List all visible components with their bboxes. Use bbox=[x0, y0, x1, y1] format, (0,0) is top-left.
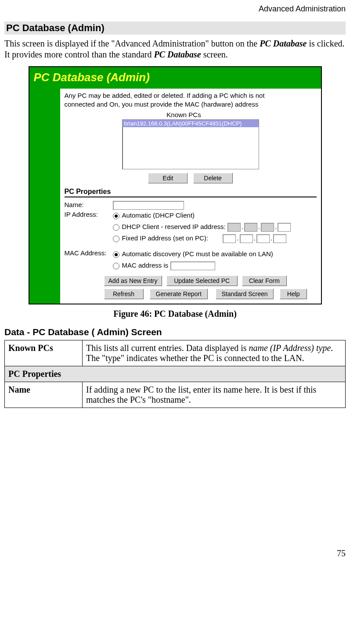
data-table: Known PCs This lists all current entries… bbox=[4, 340, 346, 408]
pc-properties-header: PC Properties bbox=[65, 188, 317, 197]
refresh-button[interactable]: Refresh bbox=[104, 289, 144, 299]
section-title: PC Database (Admin) bbox=[4, 21, 346, 35]
help-button[interactable]: Help bbox=[280, 289, 307, 299]
clear-form-button[interactable]: Clear Form bbox=[242, 275, 287, 286]
fixed-ip-octet-1[interactable] bbox=[223, 234, 236, 243]
window-title: PC Database (Admin) bbox=[29, 67, 321, 89]
radio-mac-is-label: MAC address is bbox=[122, 261, 169, 269]
name-label: Name: bbox=[65, 201, 113, 208]
ip-address-label: IP Address: bbox=[65, 211, 113, 218]
update-selected-pc-button[interactable]: Update Selected PC bbox=[166, 275, 238, 286]
generate-report-button[interactable]: Generate Report bbox=[150, 289, 208, 299]
embedded-screenshot: PC Database (Admin) Any PC may be added,… bbox=[29, 66, 322, 304]
page-header: Advanced Administration bbox=[4, 4, 346, 14]
desc-known-pcs: This lists all current entries. Data dis… bbox=[83, 340, 346, 366]
reserved-ip-octet-3[interactable] bbox=[261, 223, 274, 232]
radio-mac-auto[interactable] bbox=[113, 251, 119, 258]
fixed-ip-octet-2[interactable] bbox=[240, 234, 253, 243]
mac-address-label: MAC Address: bbox=[65, 249, 113, 257]
intro-em-1: PC Database bbox=[260, 39, 307, 48]
edit-button[interactable]: Edit bbox=[148, 173, 188, 183]
radio-mac-is[interactable] bbox=[113, 263, 119, 269]
table-row: Name If adding a new PC to the list, ent… bbox=[5, 382, 346, 408]
term-known-pcs: Known PCs bbox=[5, 340, 83, 366]
radio-fixed-ip[interactable] bbox=[113, 236, 119, 242]
radio-automatic-dhcp-label: Automatic (DHCP Client) bbox=[122, 211, 195, 219]
note-line-1: Any PC may be added, edited or deleted. … bbox=[65, 92, 265, 99]
note-line-2: connected and On, you must provide the M… bbox=[65, 100, 259, 108]
intro-paragraph: This screen is displayed if the "Advance… bbox=[4, 38, 346, 60]
radio-automatic-dhcp[interactable] bbox=[113, 213, 119, 219]
desc-known-pcs-a: This lists all current entries. Data dis… bbox=[86, 343, 249, 353]
row-header-pc-properties: PC Properties bbox=[5, 366, 346, 382]
desc-known-pcs-i: name (IP Address) type bbox=[249, 343, 331, 353]
desc-name: If adding a new PC to the list, enter it… bbox=[83, 382, 346, 408]
sidebar bbox=[29, 89, 60, 304]
subsection-title: Data - PC Database ( Admin) Screen bbox=[4, 327, 346, 337]
table-row: PC Properties bbox=[5, 366, 346, 382]
known-pcs-label: Known PCs bbox=[51, 111, 317, 118]
reserved-ip-octet-4[interactable] bbox=[278, 223, 291, 232]
reserved-ip-octet-2[interactable] bbox=[244, 223, 257, 232]
fixed-ip-octet-3[interactable] bbox=[256, 234, 270, 243]
table-row: Known PCs This lists all current entries… bbox=[5, 340, 346, 366]
intro-text-1: This screen is displayed if the "Advance… bbox=[4, 39, 260, 48]
intro-text-3: screen. bbox=[201, 50, 228, 59]
term-name: Name bbox=[5, 382, 83, 408]
standard-screen-button[interactable]: Standard Screen bbox=[216, 289, 274, 299]
list-item[interactable]: brian192.168.0.3(LAN)00FF45CF4931(DHCP) bbox=[123, 120, 259, 127]
delete-button[interactable]: Delete bbox=[193, 173, 233, 183]
page-number: 75 bbox=[4, 548, 346, 558]
radio-reserved-ip-label: DHCP Client - reserved IP address: bbox=[122, 223, 226, 230]
name-input[interactable] bbox=[113, 201, 184, 210]
instruction-text: Any PC may be added, edited or deleted. … bbox=[65, 91, 317, 108]
figure-caption: Figure 46: PC Database (Admin) bbox=[4, 309, 346, 319]
reserved-ip-octet-1[interactable] bbox=[227, 223, 241, 232]
radio-reserved-ip[interactable] bbox=[113, 224, 119, 231]
add-new-entry-button[interactable]: Add as New Entry bbox=[104, 275, 162, 286]
radio-fixed-ip-label: Fixed IP address (set on PC): bbox=[122, 234, 208, 242]
fixed-ip-octet-4[interactable] bbox=[273, 234, 286, 243]
intro-em-2: PC Database bbox=[154, 50, 201, 59]
mac-input[interactable] bbox=[170, 261, 215, 270]
radio-mac-auto-label: Automatic discovery (PC must be availabl… bbox=[122, 250, 273, 258]
known-pcs-listbox[interactable]: brian192.168.0.3(LAN)00FF45CF4931(DHCP) bbox=[122, 119, 259, 169]
